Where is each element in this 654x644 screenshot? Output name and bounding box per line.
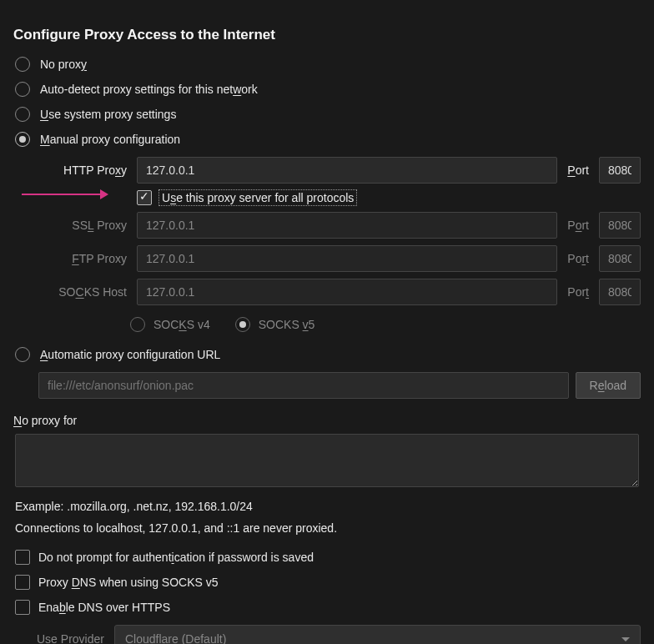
ssl-port-input (599, 212, 641, 239)
radio-label: Auto-detect proxy settings for this netw… (40, 83, 258, 96)
http-port-input[interactable] (599, 157, 641, 184)
socks-proxy-input (137, 279, 557, 305)
radio-icon (15, 132, 30, 147)
http-proxy-label: HTTP Proxy (38, 164, 130, 177)
ftp-port-label: Port (564, 252, 592, 265)
provider-dropdown: Cloudflare (Default) (114, 625, 641, 644)
reload-button[interactable]: Reload (576, 372, 641, 399)
ssl-port-label: Port (564, 219, 592, 232)
no-proxy-note: Connections to localhost, 127.0.0.1, and… (13, 521, 641, 535)
checkbox-icon (15, 550, 30, 565)
http-proxy-input[interactable] (137, 157, 557, 184)
no-proxy-for-label: No proxy for (13, 414, 641, 427)
radio-label: No proxy (40, 58, 87, 71)
ftp-proxy-input (137, 245, 557, 272)
use-all-label: Use this proxy server for all protocols (160, 191, 355, 204)
checkbox-icon (15, 575, 30, 590)
ssl-proxy-label: SSL Proxy (38, 219, 130, 232)
radio-icon (15, 107, 30, 122)
radio-label: Automatic proxy configuration URL (40, 348, 220, 361)
page-title: Configure Proxy Access to the Internet (13, 27, 641, 43)
checkbox-dns-over-https[interactable]: Enable DNS over HTTPS (13, 600, 641, 615)
ftp-port-input (599, 245, 641, 272)
radio-socks-v4 (130, 317, 145, 332)
radio-label: Use system proxy settings (40, 108, 176, 121)
radio-auto-detect[interactable]: Auto-detect proxy settings for this netw… (13, 82, 641, 97)
checkbox-label: Enable DNS over HTTPS (38, 601, 170, 614)
radio-label: Manual proxy configuration (40, 133, 180, 146)
radio-system-proxy[interactable]: Use system proxy settings (13, 107, 641, 122)
no-proxy-for-input[interactable] (15, 434, 639, 487)
radio-icon (15, 347, 30, 362)
ftp-proxy-label: FTP Proxy (38, 252, 130, 265)
radio-no-proxy[interactable]: No proxy (13, 57, 641, 72)
no-proxy-example: Example: .mozilla.org, .net.nz, 192.168.… (13, 500, 641, 513)
checkbox-no-prompt-auth[interactable]: Do not prompt for authentication if pass… (13, 550, 641, 565)
socks-port-input (599, 279, 641, 305)
radio-icon (15, 82, 30, 97)
provider-value: Cloudflare (Default) (125, 632, 226, 644)
http-port-label: Port (564, 164, 592, 177)
socks-proxy-label: SOCKS Host (38, 285, 130, 299)
radio-manual-proxy[interactable]: Manual proxy configuration (13, 132, 641, 147)
chevron-down-icon (621, 637, 630, 641)
radio-icon (15, 57, 30, 72)
pac-url-input[interactable] (38, 372, 569, 399)
radio-auto-config-url[interactable]: Automatic proxy configuration URL (13, 347, 641, 362)
socks-port-label: Port (564, 285, 592, 299)
checkbox-label: Proxy DNS when using SOCKS v5 (38, 576, 219, 589)
radio-socks-v5 (235, 317, 250, 332)
checkbox-proxy-dns-socks[interactable]: Proxy DNS when using SOCKS v5 (13, 575, 641, 590)
checkbox-icon (15, 600, 30, 615)
socks-v5-label: SOCKS v5 (259, 318, 315, 331)
provider-label: Use Provider (37, 632, 104, 644)
ssl-proxy-input (137, 212, 557, 239)
socks-v4-label: SOCKS v4 (153, 318, 210, 331)
checkbox-label: Do not prompt for authentication if pass… (38, 551, 314, 564)
use-all-checkbox[interactable] (137, 190, 152, 205)
